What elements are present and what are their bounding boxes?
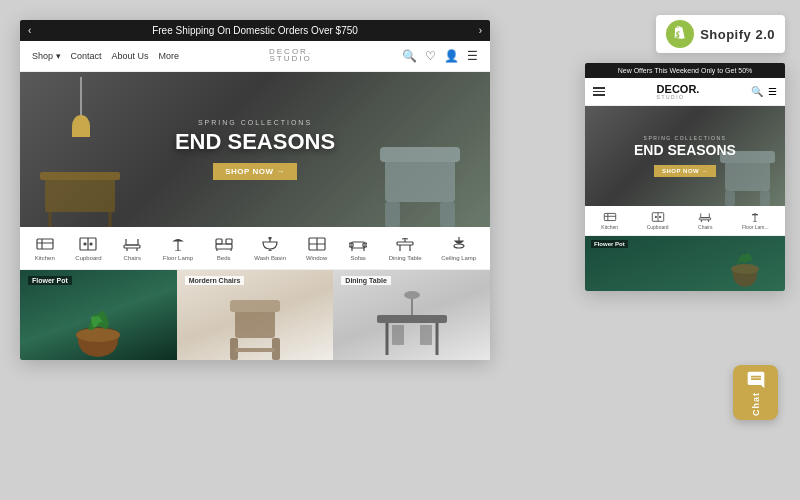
- mobile-product-label: Flower Pot: [591, 240, 628, 248]
- svg-rect-61: [604, 213, 615, 220]
- svg-rect-6: [385, 202, 400, 227]
- mobile-hero-title: END SEASONS: [634, 143, 736, 158]
- mobile-shop-now-button[interactable]: SHOP NOW →: [654, 165, 716, 177]
- svg-rect-56: [420, 325, 432, 345]
- nav-item-contact[interactable]: Contact: [71, 51, 102, 61]
- chat-label: Chat: [751, 392, 761, 416]
- shopify-icon: [666, 20, 694, 48]
- svg-point-66: [655, 216, 656, 217]
- ceiling-lamp-icon: [448, 235, 470, 253]
- svg-point-13: [84, 243, 86, 245]
- svg-point-44: [76, 328, 120, 342]
- mobile-cat-floor-lamp[interactable]: Floor Lam...: [742, 211, 769, 230]
- mobile-nav-icons: 🔍 ☰: [751, 86, 777, 97]
- svg-point-42: [454, 244, 464, 248]
- mobile-categories-row: Kitchen Cupboard Chairs Floor Lam...: [585, 206, 785, 236]
- window-icon: [306, 235, 328, 253]
- desktop-mockup: ‹ Free Shipping On Domestic Orders Over …: [20, 20, 490, 360]
- shopify-badge: Shopify 2.0: [656, 15, 785, 53]
- wash-basin-icon: [259, 235, 281, 253]
- shopify-name: Shopify 2.0: [700, 27, 775, 42]
- categories-row: Kitchen Cupboard Chairs Floor Lamp: [20, 227, 490, 270]
- cat-wash-basin[interactable]: Wash Basin: [254, 235, 286, 261]
- mobile-cart-icon[interactable]: ☰: [768, 86, 777, 97]
- mobile-cat-cupboard[interactable]: Cupboard: [647, 211, 669, 230]
- kitchen-icon: [34, 235, 56, 253]
- mobile-mockup: New Offers This Weekend Only to Get 50% …: [585, 63, 785, 291]
- product-visual-3: [333, 270, 490, 360]
- cat-window[interactable]: Window: [306, 235, 328, 261]
- product-visual-1: [20, 270, 177, 360]
- svg-rect-59: [725, 191, 735, 206]
- svg-rect-0: [45, 177, 115, 212]
- product-flower-pot[interactable]: Flower Pot: [20, 270, 177, 360]
- svg-rect-8: [37, 239, 53, 249]
- hero-title: END SEASONS: [175, 130, 335, 154]
- nav-item-about[interactable]: About Us: [112, 51, 149, 61]
- svg-rect-50: [377, 315, 447, 323]
- prev-arrow-icon[interactable]: ‹: [28, 25, 31, 36]
- mobile-product-flower-pot[interactable]: Flower Pot: [585, 236, 785, 291]
- account-icon[interactable]: 👤: [444, 49, 459, 63]
- hero-content: SPRING COLLECTIONS END SEASONS SHOP NOW …: [175, 119, 335, 179]
- nav-icons-group: 🔍 ♡ 👤 ☰: [402, 49, 478, 63]
- desktop-hero: SPRING COLLECTIONS END SEASONS SHOP NOW …: [20, 72, 490, 227]
- mobile-logo: DECOR. STUDIO: [657, 83, 700, 100]
- announce-bar: ‹ Free Shipping On Domestic Orders Over …: [20, 20, 490, 41]
- mobile-nav: DECOR. STUDIO 🔍 ☰: [585, 78, 785, 106]
- shop-now-button[interactable]: SHOP NOW →: [213, 163, 297, 180]
- mobile-announce-text: New Offers This Weekend Only to Get 50%: [618, 67, 753, 74]
- cat-chairs[interactable]: Chairs: [121, 235, 143, 261]
- chat-button[interactable]: Chat: [733, 365, 778, 420]
- beds-icon: [213, 235, 235, 253]
- svg-rect-21: [216, 239, 222, 244]
- cat-kitchen[interactable]: Kitchen: [34, 235, 56, 261]
- svg-rect-20: [216, 244, 232, 249]
- svg-rect-22: [226, 239, 232, 244]
- desktop-logo: DECOR. STUDIO: [179, 49, 402, 63]
- svg-point-73: [731, 264, 759, 274]
- hamburger-icon[interactable]: [593, 87, 605, 96]
- product-visual-2: [177, 270, 334, 360]
- svg-point-14: [90, 243, 92, 245]
- svg-rect-5: [380, 147, 460, 162]
- cat-sofas[interactable]: Sofas: [347, 235, 369, 261]
- wishlist-icon[interactable]: ♡: [425, 49, 436, 63]
- mobile-cat-chairs[interactable]: Chairs: [697, 211, 713, 230]
- nav-menu: Shop ▾ Contact About Us More: [32, 51, 179, 61]
- floor-lamp-icon: [167, 235, 189, 253]
- next-arrow-icon[interactable]: ›: [479, 25, 482, 36]
- cat-dining-table[interactable]: Dining Table: [389, 235, 422, 261]
- right-panel: Shopify 2.0 New Offers This Weekend Only…: [510, 0, 800, 500]
- products-row: Flower Pot Mordern Chairs: [20, 270, 490, 360]
- product-dining-table[interactable]: Dining Table: [333, 270, 490, 360]
- cupboard-icon: [77, 235, 99, 253]
- mobile-hero: SPRING COLLECTIONS END SEASONS SHOP NOW …: [585, 106, 785, 206]
- cat-cupboard[interactable]: Cupboard: [75, 235, 101, 261]
- mobile-cat-kitchen[interactable]: Kitchen: [601, 211, 618, 230]
- dining-table-icon: [394, 235, 416, 253]
- sofas-icon: [347, 235, 369, 253]
- cat-floor-lamp[interactable]: Floor Lamp: [163, 235, 193, 261]
- svg-rect-7: [440, 202, 455, 227]
- cat-beds[interactable]: Beds: [213, 235, 235, 261]
- product-modern-chairs[interactable]: Mordern Chairs: [177, 270, 334, 360]
- mobile-cupboard-icon: [650, 211, 666, 223]
- chat-icon: [746, 370, 766, 390]
- svg-rect-55: [392, 325, 404, 345]
- svg-rect-45: [235, 310, 275, 338]
- nav-item-shop[interactable]: Shop ▾: [32, 51, 61, 61]
- mobile-chairs-icon: [697, 211, 713, 223]
- desktop-panel: ‹ Free Shipping On Domestic Orders Over …: [0, 0, 510, 500]
- svg-rect-46: [230, 300, 280, 312]
- search-icon[interactable]: 🔍: [402, 49, 417, 63]
- desktop-nav: Shop ▾ Contact About Us More DECOR. STUD…: [20, 41, 490, 72]
- cat-ceiling-lamp[interactable]: Ceiling Lamp: [441, 235, 476, 261]
- cart-icon[interactable]: ☰: [467, 49, 478, 63]
- mobile-search-icon[interactable]: 🔍: [751, 86, 763, 97]
- mobile-hero-content: SPRING COLLECTIONS END SEASONS SHOP NOW …: [634, 135, 736, 176]
- svg-point-54: [404, 291, 420, 299]
- mobile-floor-lamp-icon: [747, 211, 763, 223]
- nav-item-more[interactable]: More: [159, 51, 180, 61]
- announce-text: Free Shipping On Domestic Orders Over $7…: [152, 25, 358, 36]
